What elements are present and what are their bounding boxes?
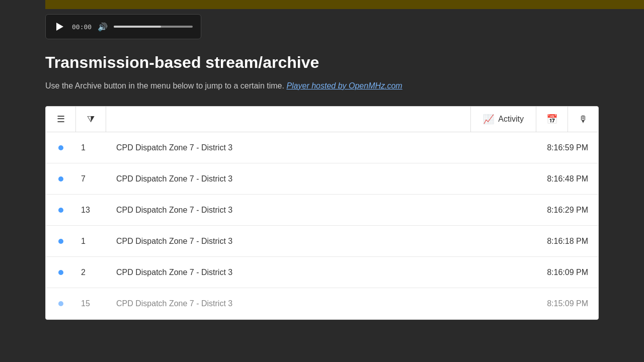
row-indicator: [46, 208, 76, 213]
row-number: 1: [76, 237, 106, 246]
filter-button[interactable]: ⧩: [76, 107, 106, 132]
table-row[interactable]: 2 CPD Dispatch Zone 7 - District 3 8:16:…: [46, 257, 598, 288]
calendar-icon: 📅: [546, 114, 557, 125]
row-number: 1: [76, 143, 106, 152]
row-number: 15: [76, 299, 106, 308]
row-time: 8:16:09 PM: [518, 268, 598, 277]
row-indicator: [46, 239, 76, 244]
filter-icon: ⧩: [87, 114, 95, 125]
row-time: 8:16:29 PM: [518, 206, 598, 215]
menu-button[interactable]: ☰: [46, 107, 76, 132]
row-indicator: [46, 176, 76, 182]
row-name: CPD Dispatch Zone 7 - District 3: [106, 268, 518, 277]
table-toolbar: ☰ ⧩ 📈 Activity 📅 🎙: [46, 107, 598, 132]
mic-button[interactable]: 🎙: [568, 107, 598, 132]
row-time: 8:16:18 PM: [518, 237, 598, 246]
table-body: 1 CPD Dispatch Zone 7 - District 3 8:16:…: [46, 132, 598, 319]
calendar-button[interactable]: 📅: [536, 107, 568, 132]
row-name: CPD Dispatch Zone 7 - District 3: [106, 174, 518, 184]
row-name: CPD Dispatch Zone 7 - District 3: [106, 143, 518, 152]
play-button[interactable]: [54, 21, 66, 33]
row-name: CPD Dispatch Zone 7 - District 3: [106, 237, 518, 246]
play-icon: [56, 23, 63, 31]
activity-button[interactable]: 📈 Activity: [471, 107, 536, 132]
top-bar: [45, 0, 644, 9]
openmhz-link[interactable]: Player hosted by OpenMHz.com: [286, 81, 402, 90]
row-number: 7: [76, 174, 106, 184]
status-dot: [58, 208, 63, 213]
table-row[interactable]: 7 CPD Dispatch Zone 7 - District 3 8:16:…: [46, 163, 598, 195]
status-dot: [58, 270, 63, 275]
status-dot: [58, 176, 63, 182]
row-indicator: [46, 145, 76, 150]
hamburger-icon: ☰: [57, 114, 65, 125]
table-row[interactable]: 1 CPD Dispatch Zone 7 - District 3 8:16:…: [46, 132, 598, 163]
status-dot: [58, 239, 63, 244]
section-description: Use the Archive button in the menu below…: [45, 80, 599, 92]
row-time: 8:16:48 PM: [518, 174, 598, 184]
status-dot: [58, 301, 63, 306]
table-row[interactable]: 15 CPD Dispatch Zone 7 - District 3 8:15…: [46, 288, 598, 319]
row-name: CPD Dispatch Zone 7 - District 3: [106, 206, 518, 215]
description-text: Use the Archive button in the menu below…: [45, 81, 284, 90]
section-title: Transmission-based stream/archive: [45, 53, 599, 72]
time-display: 00:00: [72, 23, 92, 31]
row-time: 8:16:59 PM: [518, 143, 598, 152]
activity-label: Activity: [498, 115, 524, 124]
table-row[interactable]: 1 CPD Dispatch Zone 7 - District 3 8:16:…: [46, 226, 598, 257]
audio-player: 00:00 🔊: [45, 14, 201, 39]
progress-bar[interactable]: [114, 26, 193, 28]
row-name: CPD Dispatch Zone 7 - District 3: [106, 299, 518, 308]
volume-icon: 🔊: [98, 22, 108, 32]
chart-icon: 📈: [483, 114, 494, 125]
toolbar-spacer: [106, 107, 471, 132]
row-indicator: [46, 270, 76, 275]
row-time: 8:15:09 PM: [518, 299, 598, 308]
row-indicator: [46, 301, 76, 306]
mic-icon: 🎙: [579, 114, 588, 125]
status-dot: [58, 145, 63, 150]
table-container: ☰ ⧩ 📈 Activity 📅 🎙 1 CPD Dispatch Zo: [45, 106, 599, 320]
row-number: 13: [76, 206, 106, 215]
row-number: 2: [76, 268, 106, 277]
table-row[interactable]: 13 CPD Dispatch Zone 7 - District 3 8:16…: [46, 195, 598, 226]
progress-fill: [114, 26, 161, 28]
